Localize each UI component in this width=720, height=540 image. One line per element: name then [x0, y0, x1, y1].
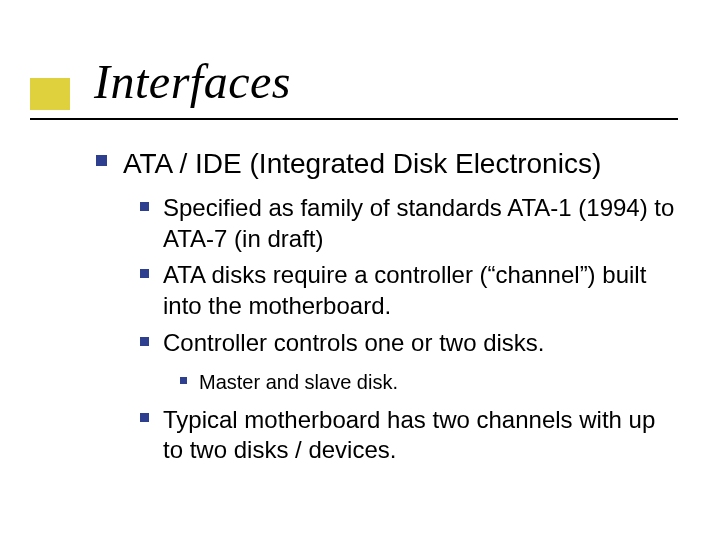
accent-block — [30, 78, 70, 110]
lvl2-text: Specified as family of standards ATA-1 (… — [163, 193, 680, 254]
bullet-lvl2: Typical motherboard has two channels wit… — [140, 405, 680, 466]
lvl3-text: Master and slave disk. — [199, 369, 398, 395]
lvl2-text: ATA disks require a controller (“channel… — [163, 260, 680, 321]
lvl2-text: Controller controls one or two disks. — [163, 328, 545, 359]
bullet-lvl1: ATA / IDE (Integrated Disk Electronics) — [96, 146, 680, 181]
square-bullet-icon — [140, 269, 149, 278]
bullet-lvl3: Master and slave disk. — [180, 369, 680, 395]
square-bullet-icon — [140, 337, 149, 346]
slide: Interfaces ATA / IDE (Integrated Disk El… — [0, 0, 720, 540]
content-area: ATA / IDE (Integrated Disk Electronics) … — [96, 146, 680, 466]
title-underline — [30, 118, 678, 120]
bullet-lvl2: Controller controls one or two disks. — [140, 328, 680, 359]
lvl2-text: Typical motherboard has two channels wit… — [163, 405, 680, 466]
bullet-lvl2: Specified as family of standards ATA-1 (… — [140, 193, 680, 254]
lvl1-text: ATA / IDE (Integrated Disk Electronics) — [123, 146, 601, 181]
square-bullet-icon — [96, 155, 107, 166]
bullet-lvl2: ATA disks require a controller (“channel… — [140, 260, 680, 321]
square-bullet-icon — [140, 413, 149, 422]
square-bullet-icon — [180, 377, 187, 384]
square-bullet-icon — [140, 202, 149, 211]
slide-title: Interfaces — [94, 54, 291, 109]
